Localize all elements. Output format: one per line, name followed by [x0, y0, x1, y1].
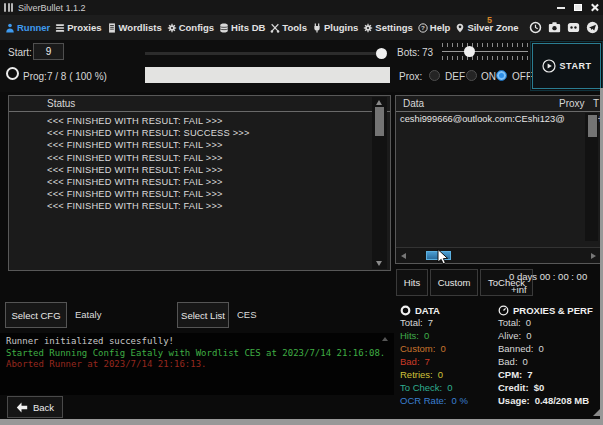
scroll-thumb[interactable] — [588, 115, 597, 137]
menu-item-configs[interactable]: Configs — [167, 22, 214, 33]
proxies-perf-stats: PROXIES & PERF Total:0 Alive:0 Banned:0 … — [498, 303, 601, 408]
stat-label: OCR Rate: — [400, 395, 446, 406]
stat-row: OCR Rate:0 % — [400, 395, 496, 408]
data-stats: DATA Total:7 Hits:0 Custom:0 Bad:7 Retri… — [400, 303, 496, 408]
start-input[interactable] — [33, 43, 64, 60]
menu-label: Help — [430, 22, 451, 33]
stat-value: 0 — [438, 369, 443, 380]
tab-hits[interactable]: Hits — [396, 269, 428, 296]
back-button-label: Back — [33, 402, 54, 413]
stat-row: Total:7 — [400, 317, 496, 330]
prox-label: Prox: — [399, 71, 422, 82]
start-button[interactable]: START — [532, 43, 601, 89]
runner-log: Runner initialized succesfully! Started … — [0, 333, 394, 395]
stat-value: 0 — [538, 343, 543, 354]
menu-label: Proxies — [67, 22, 101, 33]
stat-value: 0 — [526, 317, 531, 328]
proxies-icon — [55, 23, 65, 33]
stat-value: 7 — [425, 356, 430, 367]
runner-controls: Start: Bots: 73 Prog:7 / 8 ( 100 %) Prox… — [0, 40, 603, 92]
stat-row: Alive:0 — [498, 330, 601, 343]
slider-thumb[interactable] — [376, 48, 387, 59]
scroll-down-icon[interactable] — [376, 261, 382, 266]
menu-item-hits-db[interactable]: Hits DB — [219, 22, 265, 33]
status-panel: Status <<< FINISHED WITH RESULT: FAIL >>… — [8, 95, 391, 271]
select-list-button[interactable]: Select List — [177, 302, 229, 328]
skip-slider[interactable] — [145, 52, 385, 55]
log-line: Aborted Runner at 2023/7/14 21:16:13. — [6, 359, 394, 371]
status-row: <<< FINISHED WITH RESULT: FAIL >>> — [47, 176, 390, 188]
desktop-edge — [0, 419, 603, 425]
telegram-icon — [586, 21, 599, 34]
menu-item-proxies[interactable]: Proxies — [55, 22, 101, 33]
slider-thumb[interactable] — [464, 46, 475, 57]
prox-radio-off[interactable] — [496, 70, 507, 81]
app-logo-icon — [4, 3, 13, 12]
prox-option-on[interactable]: ON — [481, 71, 496, 82]
prox-option-off[interactable]: OFF — [512, 71, 532, 82]
donut-icon — [400, 305, 411, 316]
menu-item-plugins[interactable]: Plugins — [312, 22, 358, 33]
scroll-up-icon[interactable] — [382, 337, 388, 341]
history-button[interactable] — [527, 19, 543, 35]
minimize-icon — [557, 7, 565, 9]
menu-item-tools[interactable]: Tools — [270, 22, 307, 33]
settings-icon — [363, 23, 373, 33]
stat-label: Total: — [498, 317, 521, 328]
select-cfg-button[interactable]: Select CFG — [5, 302, 67, 328]
prox-radio-def[interactable] — [429, 70, 440, 81]
svg-text:?: ? — [421, 24, 425, 31]
scroll-left-icon[interactable] — [401, 253, 406, 259]
stat-row: Retries:0 — [400, 369, 496, 382]
stat-value: 7 — [428, 317, 433, 328]
data-scrollbar-horizontal[interactable] — [396, 247, 601, 263]
configs-icon — [167, 23, 177, 33]
stat-label: Usage: — [498, 395, 530, 406]
play-icon — [542, 59, 556, 73]
bots-slider[interactable] — [442, 42, 528, 62]
back-button[interactable]: Back — [7, 396, 63, 418]
stat-row: Banned:0 — [498, 343, 601, 356]
window-title: SilverBullet 1.1.2 — [18, 3, 86, 13]
start-button-label: START — [560, 61, 592, 71]
log-line: Runner initialized succesfully! — [6, 336, 394, 348]
tab-custom[interactable]: Custom — [430, 269, 478, 296]
stat-row: Custom:0 — [400, 343, 496, 356]
menu-item-settings[interactable]: Settings — [363, 22, 412, 33]
data-row[interactable]: ceshi999666@outlook.com:CEshi123@H — [400, 114, 565, 124]
menu-label: Tools — [282, 22, 307, 33]
proxy-column-header: Proxy — [559, 98, 585, 109]
minimize-button[interactable] — [552, 0, 569, 15]
scroll-thumb[interactable] — [375, 107, 384, 136]
discord-icon — [567, 21, 580, 34]
scroll-right-icon[interactable] — [591, 253, 596, 259]
telegram-button[interactable] — [584, 19, 600, 35]
stat-label: Banned: — [498, 343, 533, 354]
prox-option-def[interactable]: DEF — [445, 71, 465, 82]
status-row: <<< FINISHED WITH RESULT: FAIL >>> — [47, 188, 390, 200]
stat-label: CPM: — [498, 369, 522, 380]
screenshot-button[interactable] — [546, 19, 562, 35]
progress-indicator-icon — [6, 67, 19, 80]
prox-radio-on[interactable] — [466, 70, 477, 81]
status-scrollbar[interactable] — [372, 97, 387, 269]
maximize-button[interactable] — [569, 0, 586, 15]
stat-row: Hits:0 — [400, 330, 496, 343]
stat-row: Credit:$0 — [498, 382, 601, 395]
menu-label: Settings — [375, 22, 412, 33]
status-row: <<< FINISHED WITH RESULT: FAIL >>> — [47, 200, 390, 212]
menu-item-runner[interactable]: Runner — [5, 22, 50, 33]
discord-button[interactable] — [565, 19, 581, 35]
data-scrollbar-vertical[interactable] — [585, 113, 598, 241]
status-row: <<< FINISHED WITH RESULT: FAIL >>> — [47, 139, 390, 151]
app-window: SilverBullet 1.1.2 Runner Proxies Wordli… — [0, 0, 603, 425]
close-button[interactable] — [586, 0, 603, 15]
notification-badge: 5 — [487, 15, 492, 25]
stat-label: Bad: — [400, 356, 420, 367]
menu-label: Runner — [17, 22, 50, 33]
scroll-up-icon[interactable] — [376, 100, 382, 105]
menu-item-help[interactable]: ? Help — [418, 22, 451, 33]
menu-item-wordlists[interactable]: Wordlists — [107, 22, 162, 33]
progress-label: Prog:7 / 8 ( 100 %) — [23, 71, 107, 82]
close-icon — [590, 3, 599, 12]
